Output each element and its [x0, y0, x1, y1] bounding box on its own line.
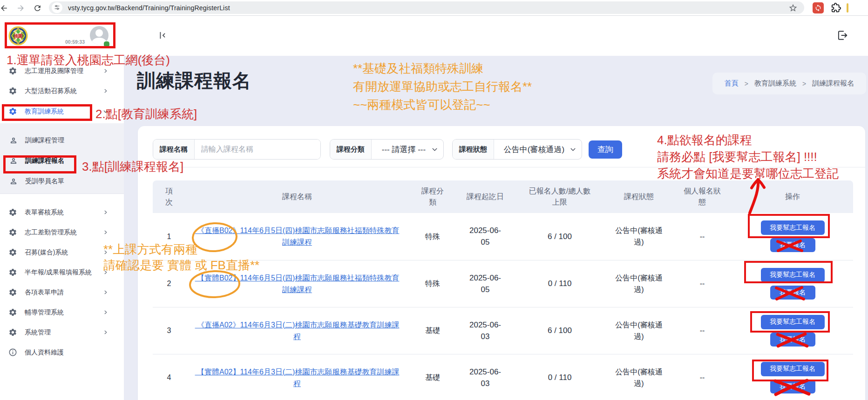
person-icon	[9, 177, 18, 186]
cell-capacity: 0 / 110	[514, 260, 605, 307]
chevron-right-icon	[103, 270, 108, 275]
register-self-button[interactable]: 我要報名	[770, 238, 815, 252]
breadcrumb-home-link[interactable]: 首頁	[725, 79, 739, 88]
cell-category: 基礎	[409, 307, 456, 354]
sidebar-item-counseling[interactable]: 輔導管理系統	[0, 302, 124, 322]
table-row: 2 【實體B02】114年6月5日(四)桃園市志願服務社福類特殊教育 訓練課程 …	[153, 260, 853, 307]
site-info-icon[interactable]	[52, 2, 62, 13]
breadcrumb: 首頁 > 教育訓練系統 > 訓練課程報名	[712, 73, 866, 94]
cell-personal-status: --	[672, 260, 732, 307]
cell-category: 特殊	[409, 260, 456, 307]
sidebar-subitem-course-register[interactable]: 訓練課程報名	[0, 151, 124, 171]
course-link[interactable]: 《直播B02》114年6月5日(四)桃園市志願服務社福類特殊教育 訓練課程	[195, 227, 400, 246]
gear-icon	[8, 67, 17, 75]
course-status-select[interactable]: 公告中(審核通過)	[494, 140, 582, 159]
gear-icon	[8, 288, 17, 297]
profile-accent-bar	[847, 3, 848, 13]
chevron-right-icon	[103, 290, 108, 295]
col-header-course-name: 課程名稱	[185, 180, 409, 213]
gear-icon	[8, 248, 17, 257]
cell-status: 公告中(審核通 過)	[605, 307, 672, 354]
person-icon	[9, 157, 18, 165]
sidebar-item-profile[interactable]: 個人資料維護	[0, 342, 124, 362]
table-row: 3 《直播A02》114年6月3日(二)桃園市志願服務基礎教育訓練課 程 基礎 …	[153, 307, 853, 354]
info-icon	[8, 348, 17, 357]
cell-personal-status: --	[672, 213, 732, 260]
register-for-volunteer-button[interactable]: 我要幫志工報名	[761, 220, 825, 235]
course-link[interactable]: 【實體B02】114年6月5日(四)桃園市志願服務社福類特殊教育 訓練課程	[195, 274, 400, 293]
course-category-select[interactable]: --- 請選擇 ---	[372, 140, 443, 159]
sidebar-item-recruit-match[interactable]: 召募(媒合)系統	[0, 242, 124, 262]
cell-capacity: 0 / 110	[514, 354, 605, 400]
table-header-row: 項 次 課程名稱 課程分 類 課程起訖日 已報名人數/總人數 上限 課程狀態 個…	[153, 180, 853, 213]
course-table: 項 次 課程名稱 課程分 類 課程起訖日 已報名人數/總人數 上限 課程狀態 個…	[153, 180, 853, 400]
course-status-value: 公告中(審核通過)	[504, 144, 564, 155]
course-link[interactable]: 《直播A02》114年6月3日(二)桃園市志願服務基礎教育訓練課 程	[195, 321, 400, 340]
cell-status: 公告中(審核通 過)	[605, 213, 672, 260]
sidebar-item-education-training[interactable]: 教育訓練系統	[0, 101, 124, 121]
sidebar-item-label: 大型活動召募系統	[25, 87, 77, 95]
sidebar-item-form-review[interactable]: 表單審核系統	[0, 202, 124, 222]
org-logo: 桃園	[8, 26, 28, 46]
register-self-button[interactable]: 我要報名	[770, 286, 815, 300]
sidebar-item-volunteer-management[interactable]: 志工運用及團隊管理	[0, 61, 124, 81]
browser-reload-icon[interactable]	[33, 4, 42, 13]
sidebar-item-system-admin[interactable]: 系統管理	[0, 322, 124, 342]
extension-sync-icon[interactable]	[813, 2, 824, 13]
register-for-volunteer-button[interactable]: 我要幫志工報名	[761, 362, 825, 376]
action-buttons: 我要幫志工報名 我要報名	[732, 315, 853, 347]
session-timer: 00:59:33	[65, 39, 85, 45]
search-button[interactable]: 查詢	[589, 140, 622, 159]
cell-index: 1	[153, 213, 185, 260]
cell-dates: 2025-06- 03	[456, 354, 514, 400]
breadcrumb-separator: >	[802, 80, 806, 87]
breadcrumb-level2: 訓練課程報名	[812, 79, 854, 88]
bookmark-star-icon[interactable]	[788, 3, 798, 13]
sidebar-item-label: 表單審核系統	[25, 208, 64, 217]
action-buttons: 我要幫志工報名 我要報名	[732, 362, 853, 393]
chevron-down-icon	[570, 147, 576, 153]
chevron-right-icon	[103, 310, 108, 315]
address-bar[interactable]: vsty.tycg.gov.tw/Backend/Training/Traini…	[49, 1, 804, 14]
sidebar-item-attendance[interactable]: 志工差勤管理系統	[0, 222, 124, 242]
register-self-button[interactable]: 我要報名	[770, 380, 815, 393]
sidebar-item-semiannual-report[interactable]: 半年報/成果報填報系統	[0, 262, 124, 282]
online-status-dot	[104, 41, 109, 47]
cell-index: 4	[153, 354, 185, 400]
register-for-volunteer-button[interactable]: 我要幫志工報名	[761, 268, 825, 282]
sidebar: 桃園 00:59:33 志工運用及團隊管理 大型活動召募系統 教育訓練系統 訓練…	[0, 16, 124, 400]
logout-icon[interactable]	[836, 29, 848, 41]
sidebar-item-form-apply[interactable]: 各項表單申請	[0, 282, 124, 302]
chevron-right-icon	[103, 210, 108, 215]
browser-back-icon[interactable]	[0, 4, 8, 13]
sidebar-collapse-icon[interactable]	[157, 30, 168, 40]
page-background: 桃園 00:59:33 志工運用及團隊管理 大型活動召募系統 教育訓練系統 訓練…	[0, 16, 868, 400]
sidebar-item-label: 各項表單申請	[25, 288, 64, 297]
gear-icon	[8, 228, 17, 237]
breadcrumb-separator: >	[745, 80, 748, 87]
register-self-button[interactable]: 我要報名	[770, 333, 815, 347]
sidebar-subitem-label: 受訓學員名單	[25, 177, 64, 186]
table-row: 1 《直播B02》114年6月5日(四)桃園市志願服務社福類特殊教育 訓練課程 …	[153, 213, 853, 260]
course-name-input[interactable]	[195, 140, 320, 159]
cell-actions: 我要幫志工報名 我要報名	[732, 307, 853, 354]
register-for-volunteer-button[interactable]: 我要幫志工報名	[761, 315, 825, 329]
col-header-status: 課程狀態	[605, 180, 672, 213]
extensions-puzzle-icon[interactable]	[831, 3, 841, 13]
col-header-personal-status: 個人報名狀 態	[672, 180, 732, 213]
cell-category: 特殊	[409, 213, 456, 260]
gear-icon	[8, 208, 17, 217]
person-icon	[9, 136, 18, 145]
cell-index: 3	[153, 307, 185, 354]
chevron-right-icon	[103, 250, 108, 255]
cell-capacity: 6 / 100	[514, 213, 605, 260]
sidebar-item-label: 系統管理	[25, 328, 51, 337]
sidebar-subitem-trainee-list[interactable]: 受訓學員名單	[0, 171, 124, 192]
sidebar-subitem-label: 訓練課程管理	[25, 136, 64, 145]
sidebar-subitem-course-management[interactable]: 訓練課程管理	[0, 130, 124, 151]
course-link[interactable]: 【實體A02】114年6月3日(二)桃園市志願服務基礎教育訓練課 程	[195, 368, 400, 387]
gear-icon	[8, 328, 17, 337]
browser-forward-icon[interactable]	[16, 4, 25, 13]
chevron-right-icon	[103, 230, 108, 235]
sidebar-item-event-recruit[interactable]: 大型活動召募系統	[0, 81, 124, 101]
